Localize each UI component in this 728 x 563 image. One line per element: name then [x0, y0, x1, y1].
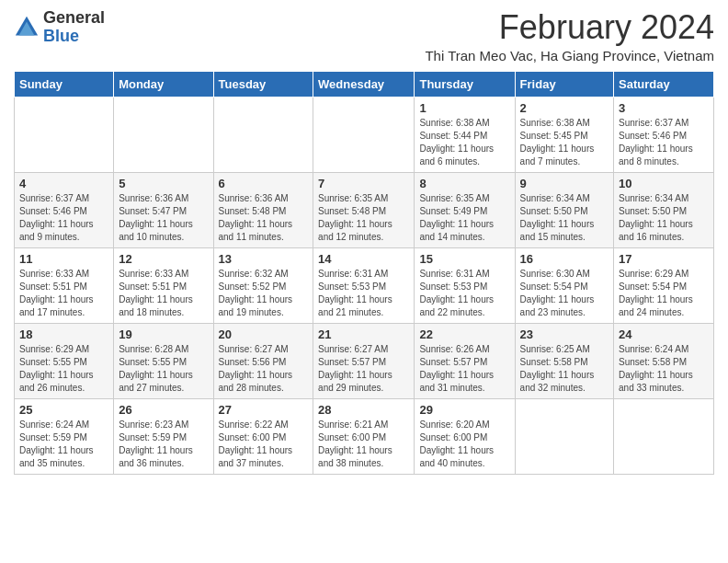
week-row-5: 25Sunrise: 6:24 AM Sunset: 5:59 PM Dayli… — [15, 398, 714, 474]
calendar-cell: 25Sunrise: 6:24 AM Sunset: 5:59 PM Dayli… — [15, 398, 114, 474]
day-number: 23 — [520, 327, 609, 341]
day-number: 19 — [119, 327, 208, 341]
day-number: 8 — [419, 177, 509, 190]
calendar-cell: 27Sunrise: 6:22 AM Sunset: 6:00 PM Dayli… — [213, 398, 313, 474]
day-info: Sunrise: 6:27 AM Sunset: 5:56 PM Dayligh… — [219, 343, 309, 395]
calendar-cell: 29Sunrise: 6:20 AM Sunset: 6:00 PM Dayli… — [415, 398, 515, 474]
column-header-saturday: Saturday — [614, 71, 714, 97]
day-info: Sunrise: 6:23 AM Sunset: 5:59 PM Dayligh… — [119, 419, 208, 470]
week-row-2: 4Sunrise: 6:37 AM Sunset: 5:46 PM Daylig… — [15, 172, 714, 247]
calendar-cell: 15Sunrise: 6:31 AM Sunset: 5:53 PM Dayli… — [415, 247, 515, 323]
day-info: Sunrise: 6:36 AM Sunset: 5:47 PM Dayligh… — [119, 192, 208, 244]
calendar-cell: 3Sunrise: 6:37 AM Sunset: 5:46 PM Daylig… — [614, 97, 714, 172]
day-number: 24 — [619, 327, 709, 341]
day-info: Sunrise: 6:29 AM Sunset: 5:55 PM Dayligh… — [19, 343, 108, 395]
calendar-cell: 4Sunrise: 6:37 AM Sunset: 5:46 PM Daylig… — [15, 172, 114, 247]
calendar-cell: 20Sunrise: 6:27 AM Sunset: 5:56 PM Dayli… — [213, 323, 313, 398]
day-number: 21 — [318, 327, 409, 341]
day-info: Sunrise: 6:25 AM Sunset: 5:58 PM Dayligh… — [520, 343, 609, 395]
day-number: 22 — [419, 327, 509, 341]
calendar-cell — [114, 97, 213, 172]
column-header-sunday: Sunday — [15, 71, 114, 97]
day-info: Sunrise: 6:24 AM Sunset: 5:59 PM Dayligh… — [19, 419, 108, 470]
calendar-cell: 18Sunrise: 6:29 AM Sunset: 5:55 PM Dayli… — [15, 323, 114, 398]
day-number: 11 — [19, 252, 108, 266]
day-number: 2 — [520, 101, 609, 115]
day-info: Sunrise: 6:20 AM Sunset: 6:00 PM Dayligh… — [419, 419, 509, 470]
calendar-cell: 24Sunrise: 6:24 AM Sunset: 5:58 PM Dayli… — [614, 323, 714, 398]
calendar-cell: 5Sunrise: 6:36 AM Sunset: 5:47 PM Daylig… — [114, 172, 213, 247]
logo: General Blue — [14, 9, 105, 46]
day-info: Sunrise: 6:38 AM Sunset: 5:45 PM Dayligh… — [520, 117, 609, 168]
calendar-cell: 28Sunrise: 6:21 AM Sunset: 6:00 PM Dayli… — [313, 398, 415, 474]
day-number: 25 — [19, 403, 108, 417]
day-info: Sunrise: 6:29 AM Sunset: 5:54 PM Dayligh… — [619, 268, 709, 319]
day-number: 15 — [419, 252, 509, 266]
day-number: 13 — [219, 252, 309, 266]
day-info: Sunrise: 6:33 AM Sunset: 5:51 PM Dayligh… — [119, 268, 208, 319]
day-info: Sunrise: 6:27 AM Sunset: 5:57 PM Dayligh… — [318, 343, 409, 395]
calendar-cell: 11Sunrise: 6:33 AM Sunset: 5:51 PM Dayli… — [15, 247, 114, 323]
day-number: 4 — [19, 177, 108, 190]
day-number: 7 — [318, 177, 409, 190]
calendar-cell — [313, 97, 415, 172]
calendar: SundayMondayTuesdayWednesdayThursdayFrid… — [14, 71, 714, 475]
calendar-cell: 12Sunrise: 6:33 AM Sunset: 5:51 PM Dayli… — [114, 247, 213, 323]
day-number: 27 — [219, 403, 309, 417]
calendar-cell: 22Sunrise: 6:26 AM Sunset: 5:57 PM Dayli… — [415, 323, 515, 398]
calendar-cell: 7Sunrise: 6:35 AM Sunset: 5:48 PM Daylig… — [313, 172, 415, 247]
day-number: 6 — [219, 177, 309, 190]
main-title: February 2024 — [425, 9, 714, 46]
calendar-cell: 10Sunrise: 6:34 AM Sunset: 5:50 PM Dayli… — [614, 172, 714, 247]
column-header-thursday: Thursday — [415, 71, 515, 97]
calendar-cell — [614, 398, 714, 474]
day-info: Sunrise: 6:34 AM Sunset: 5:50 PM Dayligh… — [520, 192, 609, 244]
logo-blue: Blue — [43, 28, 105, 46]
day-info: Sunrise: 6:35 AM Sunset: 5:48 PM Dayligh… — [318, 192, 409, 244]
day-number: 1 — [419, 101, 509, 115]
day-info: Sunrise: 6:33 AM Sunset: 5:51 PM Dayligh… — [19, 268, 108, 319]
calendar-cell: 23Sunrise: 6:25 AM Sunset: 5:58 PM Dayli… — [515, 323, 613, 398]
calendar-cell: 9Sunrise: 6:34 AM Sunset: 5:50 PM Daylig… — [515, 172, 613, 247]
day-info: Sunrise: 6:32 AM Sunset: 5:52 PM Dayligh… — [219, 268, 309, 319]
day-number: 10 — [619, 177, 709, 190]
day-number: 17 — [619, 252, 709, 266]
calendar-body: 1Sunrise: 6:38 AM Sunset: 5:44 PM Daylig… — [15, 97, 714, 474]
column-header-monday: Monday — [114, 71, 213, 97]
title-block: February 2024 Thi Tran Meo Vac, Ha Giang… — [425, 9, 714, 63]
calendar-cell: 14Sunrise: 6:31 AM Sunset: 5:53 PM Dayli… — [313, 247, 415, 323]
day-info: Sunrise: 6:24 AM Sunset: 5:58 PM Dayligh… — [619, 343, 709, 395]
calendar-cell: 6Sunrise: 6:36 AM Sunset: 5:48 PM Daylig… — [213, 172, 313, 247]
day-info: Sunrise: 6:37 AM Sunset: 5:46 PM Dayligh… — [619, 117, 709, 168]
calendar-cell: 8Sunrise: 6:35 AM Sunset: 5:49 PM Daylig… — [415, 172, 515, 247]
day-number: 5 — [119, 177, 208, 190]
day-info: Sunrise: 6:35 AM Sunset: 5:49 PM Dayligh… — [419, 192, 509, 244]
day-number: 28 — [318, 403, 409, 417]
day-info: Sunrise: 6:28 AM Sunset: 5:55 PM Dayligh… — [119, 343, 208, 395]
day-number: 29 — [419, 403, 509, 417]
calendar-cell — [15, 97, 114, 172]
calendar-cell: 21Sunrise: 6:27 AM Sunset: 5:57 PM Dayli… — [313, 323, 415, 398]
day-number: 20 — [219, 327, 309, 341]
logo-text: General Blue — [43, 9, 105, 46]
column-header-wednesday: Wednesday — [313, 71, 415, 97]
calendar-cell: 2Sunrise: 6:38 AM Sunset: 5:45 PM Daylig… — [515, 97, 613, 172]
day-number: 3 — [619, 101, 709, 115]
calendar-cell: 26Sunrise: 6:23 AM Sunset: 5:59 PM Dayli… — [114, 398, 213, 474]
day-info: Sunrise: 6:31 AM Sunset: 5:53 PM Dayligh… — [318, 268, 409, 319]
day-info: Sunrise: 6:34 AM Sunset: 5:50 PM Dayligh… — [619, 192, 709, 244]
day-number: 26 — [119, 403, 208, 417]
week-row-4: 18Sunrise: 6:29 AM Sunset: 5:55 PM Dayli… — [15, 323, 714, 398]
day-info: Sunrise: 6:21 AM Sunset: 6:00 PM Dayligh… — [318, 419, 409, 470]
calendar-cell — [213, 97, 313, 172]
day-info: Sunrise: 6:22 AM Sunset: 6:00 PM Dayligh… — [219, 419, 309, 470]
day-info: Sunrise: 6:26 AM Sunset: 5:57 PM Dayligh… — [419, 343, 509, 395]
day-info: Sunrise: 6:38 AM Sunset: 5:44 PM Dayligh… — [419, 117, 509, 168]
day-number: 18 — [19, 327, 108, 341]
calendar-cell — [515, 398, 613, 474]
calendar-cell: 13Sunrise: 6:32 AM Sunset: 5:52 PM Dayli… — [213, 247, 313, 323]
day-number: 16 — [520, 252, 609, 266]
day-info: Sunrise: 6:30 AM Sunset: 5:54 PM Dayligh… — [520, 268, 609, 319]
day-info: Sunrise: 6:37 AM Sunset: 5:46 PM Dayligh… — [19, 192, 108, 244]
logo-icon — [14, 15, 40, 40]
